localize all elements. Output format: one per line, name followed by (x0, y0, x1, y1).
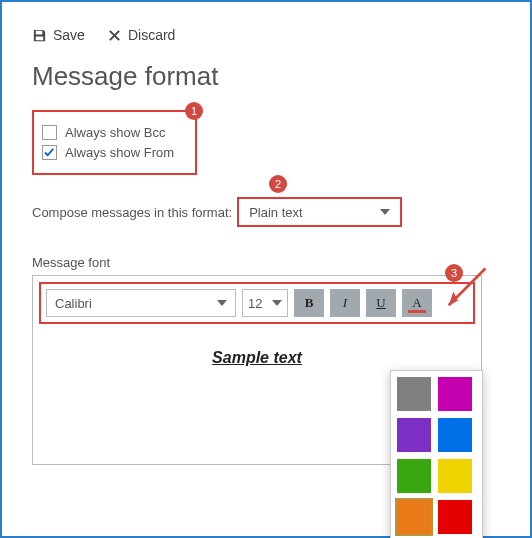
compose-label: Compose messages in this format: (32, 205, 232, 220)
svg-marker-1 (449, 292, 458, 306)
color-palette (390, 370, 483, 538)
from-option[interactable]: Always show From (42, 145, 187, 160)
message-font-label: Message font (32, 255, 500, 270)
sample-text: Sample text (33, 349, 481, 367)
annotation-arrow (435, 264, 490, 319)
settings-panel: Save Discard Message format 1 Always sho… (0, 0, 532, 538)
page-title: Message format (32, 61, 500, 92)
font-toolbar: 3 Calibri 12 B I U A (39, 282, 475, 324)
chevron-down-icon (272, 300, 282, 306)
font-size-value: 12 (248, 296, 262, 311)
font-family-value: Calibri (55, 296, 92, 311)
compose-format-value: Plain text (249, 205, 302, 220)
color-swatch-green[interactable] (397, 459, 431, 493)
bcc-checkbox[interactable] (42, 125, 57, 140)
font-color-button[interactable]: A (402, 289, 432, 317)
save-button[interactable]: Save (32, 27, 85, 43)
color-swatch-yellow[interactable] (438, 459, 472, 493)
close-icon (107, 28, 122, 43)
color-swatch-orange[interactable] (397, 500, 431, 534)
compose-format-row: Compose messages in this format: 2 Plain… (32, 197, 500, 227)
color-underline (408, 310, 426, 313)
color-swatch-blue[interactable] (438, 418, 472, 452)
color-swatch-gray[interactable] (397, 377, 431, 411)
color-swatch-magenta[interactable] (438, 377, 472, 411)
chevron-down-icon (380, 209, 390, 215)
discard-label: Discard (128, 27, 175, 43)
bold-button[interactable]: B (294, 289, 324, 317)
bcc-label: Always show Bcc (65, 125, 165, 140)
underline-button[interactable]: U (366, 289, 396, 317)
action-toolbar: Save Discard (32, 27, 500, 43)
save-icon (32, 28, 47, 43)
chevron-down-icon (217, 300, 227, 306)
annotation-badge-1: 1 (185, 102, 203, 120)
compose-format-dropdown[interactable]: Plain text (237, 197, 402, 227)
from-label: Always show From (65, 145, 174, 160)
save-label: Save (53, 27, 85, 43)
font-family-dropdown[interactable]: Calibri (46, 289, 236, 317)
check-icon (44, 147, 55, 158)
color-swatch-purple[interactable] (397, 418, 431, 452)
color-swatch-red[interactable] (438, 500, 472, 534)
bcc-option[interactable]: Always show Bcc (42, 125, 187, 140)
discard-button[interactable]: Discard (107, 27, 175, 43)
font-size-dropdown[interactable]: 12 (242, 289, 288, 317)
from-checkbox[interactable] (42, 145, 57, 160)
annotation-badge-2: 2 (269, 175, 287, 193)
annotation-box-1: 1 Always show Bcc Always show From (32, 110, 197, 175)
italic-button[interactable]: I (330, 289, 360, 317)
